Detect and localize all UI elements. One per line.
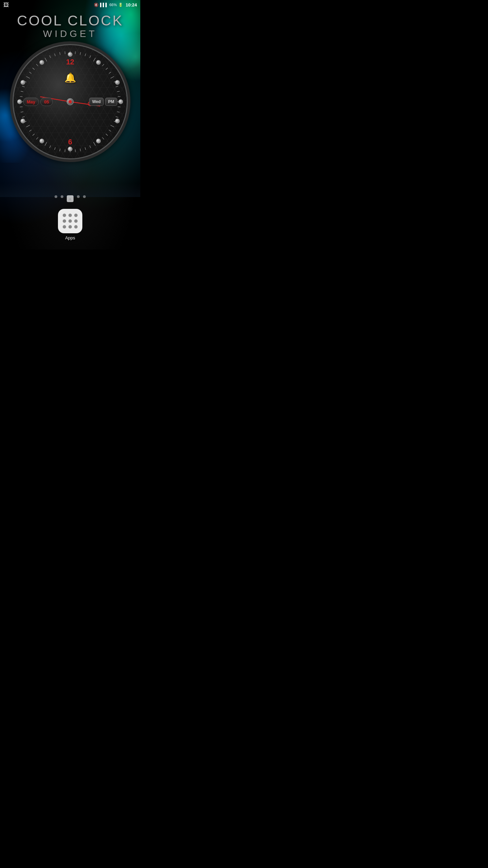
svg-point-73 [17, 99, 22, 104]
svg-line-26 [90, 145, 91, 148]
svg-line-21 [109, 130, 111, 132]
svg-line-14 [118, 96, 121, 97]
svg-line-37 [36, 137, 38, 139]
svg-line-33 [55, 147, 55, 150]
svg-line-59 [65, 52, 65, 54]
svg-line-28 [80, 149, 81, 151]
month-badge: May [23, 98, 39, 106]
app-dot-8 [68, 225, 72, 229]
page-dot-4[interactable] [77, 195, 80, 198]
svg-line-4 [90, 56, 91, 58]
svg-line-1 [75, 52, 76, 54]
app-dot-9 [74, 225, 78, 229]
battery-icon: 🔋 [118, 3, 123, 7]
svg-line-12 [116, 86, 118, 87]
status-bar: 🔇 ▌▌▌ 66% 🔋 10:24 [0, 0, 140, 9]
app-dot-1 [63, 214, 66, 217]
app-dot-5 [68, 219, 72, 223]
svg-line-46 [20, 96, 23, 97]
svg-line-5 [94, 58, 96, 61]
svg-line-27 [85, 147, 86, 150]
bottom-section: ⌂ Apps [0, 195, 140, 250]
svg-line-40 [26, 125, 30, 127]
ampm-badge: PM [105, 98, 117, 106]
clock-title: COOL CLOCK WIDGET [0, 13, 140, 39]
svg-point-70 [68, 147, 73, 152]
svg-line-35 [45, 142, 47, 145]
svg-line-50 [26, 76, 30, 78]
svg-point-81 [68, 100, 72, 103]
svg-line-7 [102, 64, 104, 66]
svg-line-8 [106, 68, 108, 70]
page-dot-2[interactable] [61, 195, 63, 198]
svg-line-38 [33, 134, 35, 136]
svg-line-9 [109, 72, 111, 74]
apps-icon [58, 209, 82, 233]
svg-line-44 [20, 107, 23, 107]
title-line1: COOL CLOCK [0, 13, 140, 28]
svg-line-43 [21, 112, 23, 112]
apps-button[interactable]: Apps [58, 209, 82, 240]
time-display: 10:24 [126, 2, 137, 7]
page-dot-home[interactable]: ⌂ [67, 195, 74, 202]
svg-line-16 [118, 107, 121, 107]
app-dot-6 [74, 219, 78, 223]
svg-line-51 [29, 72, 31, 74]
page-dot-5[interactable] [83, 195, 86, 198]
svg-line-29 [75, 150, 76, 152]
svg-text:6: 6 [68, 138, 72, 146]
title-line2: WIDGET [0, 28, 140, 39]
svg-line-39 [29, 130, 31, 132]
day-badge: 05 [40, 98, 53, 106]
weekday-badge: Wed [89, 98, 104, 106]
svg-line-17 [117, 112, 120, 112]
svg-line-3 [85, 54, 86, 56]
app-dot-7 [63, 225, 66, 229]
svg-line-55 [45, 58, 47, 61]
svg-line-52 [33, 68, 35, 70]
svg-line-2 [80, 52, 81, 55]
svg-point-71 [40, 139, 44, 143]
svg-point-74 [21, 80, 25, 85]
svg-line-48 [22, 86, 24, 87]
svg-point-72 [21, 119, 25, 123]
svg-line-20 [110, 125, 114, 127]
svg-point-64 [68, 52, 73, 57]
svg-point-68 [115, 119, 120, 123]
mute-icon: 🔇 [94, 3, 99, 7]
bell-icon: 🔔 [64, 72, 76, 83]
svg-line-13 [117, 91, 120, 92]
clock-face: 12 3 6 9 [13, 44, 128, 159]
svg-point-67 [118, 99, 123, 104]
svg-point-69 [96, 139, 101, 143]
svg-line-23 [102, 137, 104, 139]
svg-line-18 [116, 117, 118, 117]
svg-line-58 [60, 52, 60, 55]
svg-line-32 [60, 149, 60, 151]
app-dot-3 [74, 214, 78, 217]
app-dot-4 [63, 219, 66, 223]
app-dot-2 [68, 214, 72, 217]
svg-line-31 [65, 150, 65, 152]
svg-line-10 [110, 76, 114, 78]
ground-glow [0, 183, 140, 197]
apps-label: Apps [65, 235, 75, 240]
svg-line-47 [21, 91, 23, 92]
battery-percentage: 66% [109, 3, 117, 7]
svg-line-57 [55, 54, 55, 56]
signal-bars: ▌▌▌ [100, 3, 108, 7]
page-indicators: ⌂ [55, 195, 86, 202]
status-icons: 🔇 ▌▌▌ 66% 🔋 10:24 [94, 2, 137, 7]
date-badges-right: Wed PM [89, 98, 117, 106]
date-badges-left: May 05 [23, 98, 53, 106]
svg-text:12: 12 [66, 58, 74, 66]
page-dot-1[interactable] [55, 195, 57, 198]
photo-icon: 🖼 [3, 2, 9, 8]
svg-line-22 [106, 134, 108, 136]
svg-line-56 [49, 56, 50, 58]
svg-line-34 [49, 145, 50, 148]
analog-clock[interactable]: 12 3 6 9 [13, 44, 128, 159]
svg-line-42 [22, 117, 24, 117]
svg-line-53 [36, 64, 38, 66]
svg-point-65 [96, 60, 101, 65]
